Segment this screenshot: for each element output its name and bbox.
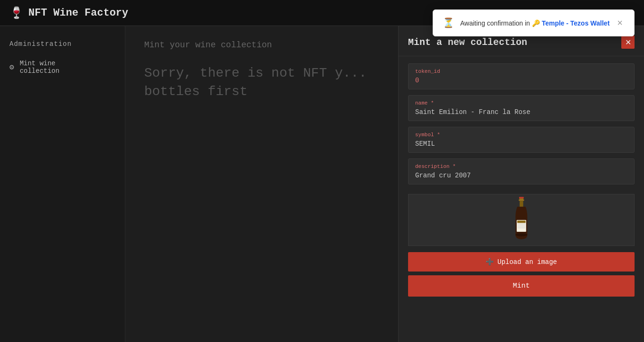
symbol-field: symbol * SEMIL (408, 127, 635, 153)
content-subtitle: Mint your wine collection (144, 40, 379, 50)
svg-rect-7 (517, 225, 525, 226)
svg-rect-4 (517, 220, 526, 223)
right-panel-title: Mint a new collection (408, 37, 527, 48)
app-title: NFT Wine Factory (28, 7, 128, 19)
symbol-value: SEMIL (415, 140, 627, 148)
wallet-icon: 🔑 (532, 19, 542, 27)
svg-rect-12 (519, 197, 524, 198)
description-label: description * (415, 164, 627, 169)
upload-button-label: Upload an image (497, 258, 557, 266)
svg-rect-6 (517, 224, 525, 225)
wine-bottle-svg (513, 196, 531, 244)
description-value: Grand cru 2007 (415, 172, 627, 179)
content-area: Mint your wine collection Sorry, there i… (125, 26, 398, 342)
toast-notification: ⏳ Awaiting confirmation in 🔑 Temple - Te… (433, 9, 635, 36)
sidebar-item-mint-wine[interactable]: ⚙ Mint winecollection (0, 55, 125, 79)
content-message: Sorry, there is not NFT y...bottles firs… (144, 64, 379, 101)
svg-point-11 (515, 233, 527, 236)
svg-rect-1 (519, 200, 524, 201)
token-id-label: token_id (415, 69, 627, 74)
name-value: Saint Emilion - Franc la Rose (415, 108, 627, 116)
plus-icon: ➕ (486, 258, 494, 266)
gear-icon: ⚙ (9, 62, 14, 72)
toast-icon: ⏳ (443, 17, 454, 29)
image-preview (408, 194, 635, 246)
wine-logo-icon: 🍷 (9, 6, 24, 20)
svg-rect-10 (517, 228, 525, 228)
mint-button[interactable]: Mint (408, 275, 635, 297)
sidebar-item-label: Mint winecollection (20, 60, 60, 75)
name-field: name * Saint Emilion - Franc la Rose (408, 95, 635, 121)
sidebar-section-title: Administration (0, 35, 125, 55)
svg-rect-8 (517, 226, 525, 227)
sidebar: Administration ⚙ Mint winecollection (0, 26, 125, 342)
toast-close-button[interactable]: × (615, 18, 625, 28)
app-logo: 🍷 NFT Wine Factory (9, 6, 128, 20)
token-id-field: token_id 0 (408, 63, 635, 89)
description-field: description * Grand cru 2007 (408, 158, 635, 184)
wallet-name: Temple - Tezos Wallet (542, 19, 610, 27)
svg-rect-5 (517, 224, 525, 224)
toast-text: Awaiting confirmation in 🔑 Temple - Tezo… (460, 19, 609, 27)
svg-rect-2 (520, 201, 523, 207)
form-body: token_id 0 name * Saint Emilion - Franc … (399, 56, 644, 192)
main-layout: Administration ⚙ Mint winecollection Min… (0, 26, 644, 342)
upload-image-button[interactable]: ➕ Upload an image (408, 252, 635, 272)
token-id-value: 0 (415, 77, 627, 84)
name-label: name * (415, 100, 627, 106)
close-panel-button[interactable]: ✕ (621, 35, 635, 49)
symbol-label: symbol * (415, 132, 627, 138)
right-panel: Mint a new collection ✕ token_id 0 name … (398, 26, 644, 342)
svg-rect-9 (517, 227, 525, 228)
